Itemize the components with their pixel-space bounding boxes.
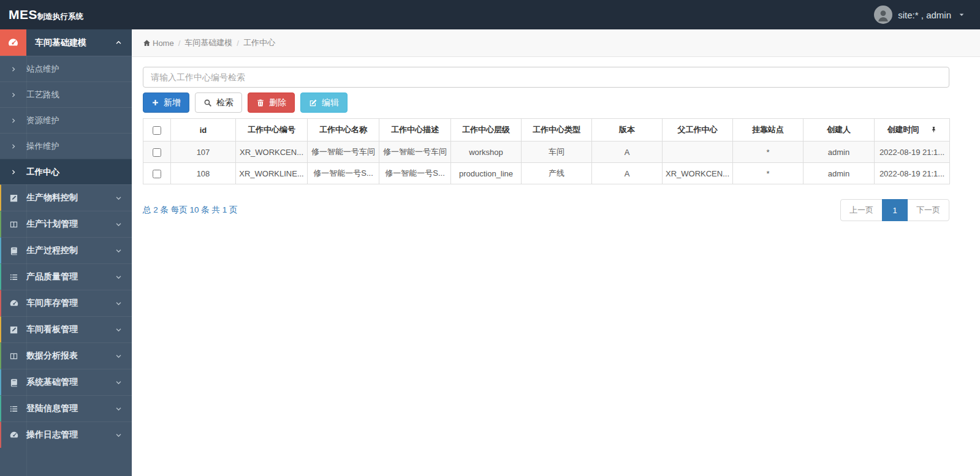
- sidebar-group-label: 车间基础建模: [35, 37, 86, 48]
- sidebar-item-workshop-modeling[interactable]: 车间基础建模: [0, 29, 132, 56]
- table-row[interactable]: 107 XR_WORKCEN... 修一智能一号车间 修一智能一号车间 work…: [143, 142, 950, 163]
- column-header: 工作中心名称: [308, 119, 379, 142]
- chevron-down-icon: [115, 247, 122, 254]
- breadcrumb-home-link[interactable]: Home: [143, 39, 174, 48]
- column-header: 版本: [592, 119, 663, 142]
- edit-icon: [309, 99, 317, 107]
- sidebar-item-process-control[interactable]: 生产过程控制: [0, 237, 132, 263]
- topbar: MES制造执行系统 site:* , admin: [0, 0, 980, 29]
- cell-version: A: [592, 142, 663, 163]
- sidebar-group-label: 操作日志管理: [26, 429, 78, 440]
- search-icon: [203, 99, 212, 107]
- cell-type: 车间: [522, 142, 592, 163]
- row-checkbox[interactable]: [153, 148, 161, 157]
- sidebar-item-operation-log-management[interactable]: 操作日志管理: [0, 421, 132, 448]
- delete-button[interactable]: 删除: [248, 93, 295, 113]
- chevron-right-icon: [0, 169, 26, 175]
- cell-created-time: 2022-08-19 21:1...: [875, 163, 950, 184]
- add-button-label: 新增: [164, 97, 181, 108]
- sidebar-item-label: 工作中心: [26, 167, 59, 178]
- sidebar-item-report-analysis[interactable]: 数据分析报表: [0, 342, 132, 369]
- add-button[interactable]: 新增: [143, 93, 189, 113]
- sidebar-group-label: 生产物料控制: [26, 192, 78, 203]
- sidebar-group-label: 系统基础管理: [26, 377, 78, 388]
- table-header-row: id 工作中心编号 工作中心名称 工作中心描述 工作中心层级 工作中心类型 版本…: [143, 119, 950, 142]
- chevron-down-icon: [115, 406, 122, 412]
- chevron-down-icon: [115, 195, 122, 202]
- sidebar-group-label: 登陆信息管理: [26, 403, 78, 414]
- next-page-button[interactable]: 下一页: [907, 199, 949, 221]
- sidebar: 车间基础建模 站点维护 工艺路线 资源维护 操作维护 工作中心 生产物料控制 生…: [0, 29, 132, 476]
- sidebar-item-label: 站点维护: [26, 64, 59, 75]
- row-checkbox[interactable]: [153, 170, 161, 178]
- sidebar-item-label: 操作维护: [26, 141, 59, 152]
- sidebar-item-resource-maintenance[interactable]: 资源维护: [0, 107, 132, 133]
- cell-id: 108: [171, 163, 236, 184]
- sidebar-item-process-route[interactable]: 工艺路线: [0, 81, 132, 107]
- breadcrumb-home-label: Home: [153, 39, 174, 48]
- column-header: 工作中心类型: [522, 119, 592, 142]
- chevron-down-icon: [115, 353, 122, 360]
- sidebar-item-label: 工艺路线: [26, 89, 59, 100]
- cell-site: *: [733, 142, 803, 163]
- sidebar-item-board-management[interactable]: 车间看板管理: [0, 316, 132, 342]
- breadcrumb-separator: /: [174, 39, 185, 48]
- prev-page-button[interactable]: 上一页: [840, 199, 883, 221]
- sidebar-item-inventory-management[interactable]: 车间库存管理: [0, 290, 132, 316]
- sidebar-item-plan-management[interactable]: 生产计划管理: [0, 211, 132, 237]
- sidebar-item-operation-maintenance[interactable]: 操作维护: [0, 133, 132, 159]
- tachometer-icon: [1, 430, 26, 440]
- sidebar-item-system-management[interactable]: 系统基础管理: [0, 369, 132, 395]
- cell-created-time: 2022-08-19 21:1...: [875, 142, 950, 163]
- trash-icon: [256, 99, 265, 107]
- chevron-down-icon: [115, 274, 122, 281]
- home-icon: [143, 39, 151, 47]
- cell-name: 修一智能一号S...: [308, 163, 379, 184]
- sidebar-group-label: 车间库存管理: [26, 298, 78, 309]
- row-checkbox-cell: [143, 142, 171, 163]
- chevron-right-icon: [0, 118, 26, 124]
- search-button[interactable]: 检索: [195, 93, 242, 113]
- breadcrumb: Home / 车间基础建模 / 工作中心: [132, 29, 980, 57]
- page-1-button[interactable]: 1: [882, 199, 908, 221]
- pin-icon[interactable]: [930, 126, 937, 133]
- cell-level: production_line: [451, 163, 522, 184]
- sidebar-item-material-control[interactable]: 生产物料控制: [0, 184, 132, 211]
- sidebar-item-work-center[interactable]: 工作中心: [0, 159, 132, 184]
- chevron-down-icon: [115, 379, 122, 386]
- cell-creator: admin: [803, 163, 875, 184]
- search-input[interactable]: [143, 67, 949, 88]
- edit-button[interactable]: 编辑: [300, 93, 348, 113]
- breadcrumb-section-label: 车间基础建模: [184, 37, 232, 48]
- breadcrumb-separator: /: [232, 39, 243, 48]
- user-menu[interactable]: site:* , admin: [874, 6, 980, 24]
- list-icon: [1, 404, 26, 414]
- sidebar-item-site-maintenance[interactable]: 站点维护: [0, 56, 132, 81]
- cell-description: 修一智能一号S...: [379, 163, 451, 184]
- pager: 上一页 1 下一页: [840, 199, 949, 221]
- sidebar-item-login-info-management[interactable]: 登陆信息管理: [0, 395, 132, 421]
- toolbar: 新增 检索 删除 编辑: [143, 93, 949, 113]
- delete-button-label: 删除: [269, 97, 286, 108]
- sidebar-item-label: 资源维护: [26, 115, 59, 126]
- cell-type: 产线: [522, 163, 592, 184]
- book-icon: [1, 378, 26, 387]
- avatar: [874, 6, 892, 24]
- cell-version: A: [592, 163, 663, 184]
- book-icon: [1, 246, 26, 255]
- edit-button-label: 编辑: [322, 97, 339, 108]
- cell-id: 107: [171, 142, 236, 163]
- cell-parent: [663, 142, 733, 163]
- chevron-up-icon: [115, 39, 122, 46]
- plus-icon: [151, 99, 159, 107]
- breadcrumb-section-link[interactable]: 车间基础建模: [184, 37, 232, 48]
- sidebar-item-quality-management[interactable]: 产品质量管理: [0, 263, 132, 290]
- select-all-checkbox[interactable]: [153, 126, 161, 135]
- chevron-right-icon: [0, 143, 26, 149]
- user-label: site:* , admin: [898, 10, 951, 20]
- list-icon: [1, 273, 26, 282]
- columns-icon: [1, 220, 26, 229]
- column-header: 挂靠站点: [733, 119, 803, 142]
- table-row[interactable]: 108 XR_WORKLINE... 修一智能一号S... 修一智能一号S...…: [143, 163, 950, 184]
- chevron-down-icon: [115, 327, 122, 333]
